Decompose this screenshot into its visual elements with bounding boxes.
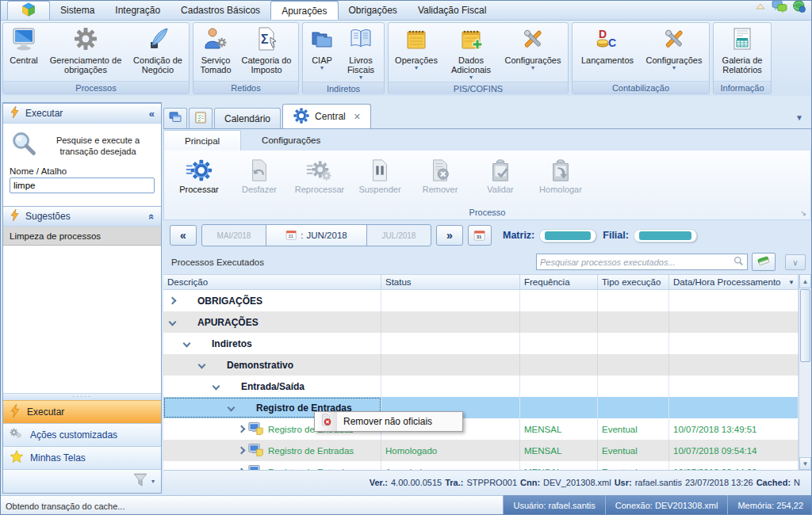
- person-gear-icon: [203, 26, 228, 53]
- matriz-label: Matriz:: [503, 230, 534, 241]
- process-monitor-note-icon: [248, 464, 264, 471]
- toolbar-button-processar[interactable]: Processar: [169, 154, 229, 204]
- ribbon-button-label: Serviço Tomado: [197, 55, 235, 74]
- collapse-icon[interactable]: [213, 383, 220, 391]
- menu-item-sistema[interactable]: Sistema: [50, 1, 105, 20]
- toolbar-button-homologar[interactable]: Homologar: [530, 154, 591, 204]
- table-row[interactable]: OBRIGAÇÕES: [163, 290, 799, 311]
- previous-month-segment[interactable]: MAI/2018: [202, 225, 266, 246]
- ribbon-button-gerenciamento-de-obrigacoes[interactable]: Gerenciamento de obrigações: [43, 24, 128, 81]
- app-logo-icon: [21, 2, 36, 21]
- column-header-tipo-execucao[interactable]: Tipo execução: [598, 275, 669, 289]
- sidebar-item-acoes-customizadas[interactable]: Ações customizadas: [3, 423, 161, 446]
- app-menu-button[interactable]: [7, 1, 50, 20]
- scroll-down-icon[interactable]: ▼: [799, 457, 811, 470]
- dialog-launcher-icon[interactable]: ↘: [800, 209, 806, 217]
- ribbon-button-categoria-do-imposto[interactable]: Σ Categoria do Imposto: [236, 24, 297, 81]
- expand-icon[interactable]: [238, 447, 246, 455]
- sidebar-sugestoes-header[interactable]: Sugestões «: [3, 206, 161, 227]
- suggestion-item[interactable]: Limpeza de processos: [3, 227, 161, 246]
- current-month-segment[interactable]: 31 : JUN/2018: [266, 225, 367, 246]
- ribbon-button-ciap[interactable]: CIAP ▾: [304, 24, 339, 82]
- table-row[interactable]: Registro de Entradas Homologado MENSAL E…: [163, 440, 799, 461]
- ribbon-button-dados-adicionais[interactable]: Dados Adicionais ▾: [442, 24, 500, 82]
- globe-icon[interactable]: [792, 0, 806, 17]
- expand-icon[interactable]: [238, 425, 246, 433]
- collapse-icon[interactable]: [198, 361, 206, 369]
- table-row[interactable]: Entrada/Saída: [163, 376, 799, 397]
- ribbon-button-galeria-de-relatorios[interactable]: Galeria de Relatórios: [715, 24, 769, 81]
- calendar-picker-button[interactable]: 31: [468, 225, 492, 246]
- tab-windows-list[interactable]: [163, 108, 187, 128]
- collapse-icon[interactable]: [228, 404, 236, 412]
- column-header-data-hora[interactable]: Data/Hora Processamento▼: [669, 275, 799, 289]
- chat-icon[interactable]: [772, 0, 787, 17]
- ribbon-button-livros-fiscais[interactable]: Livros Fiscais ▾: [339, 24, 382, 82]
- collapse-icon[interactable]: [169, 319, 177, 326]
- search-icon[interactable]: [733, 255, 747, 269]
- column-header-status[interactable]: Status: [381, 275, 520, 289]
- tab-task-list[interactable]: [189, 108, 213, 128]
- collapse-panel-icon[interactable]: «: [149, 108, 155, 120]
- sidebar-item-minhas-telas[interactable]: Minhas Telas: [3, 446, 161, 469]
- expand-icon[interactable]: [169, 297, 177, 305]
- process-search-input[interactable]: [537, 258, 733, 267]
- close-tab-icon[interactable]: ✕: [354, 112, 361, 122]
- ribbon-button-condicao-de-negocio[interactable]: Condição de Negócio: [128, 24, 187, 81]
- next-month-segment[interactable]: JUL/2018: [367, 225, 431, 246]
- previous-period-button[interactable]: «: [170, 225, 197, 246]
- table-row[interactable]: APURAÇÕES: [163, 311, 799, 333]
- vertical-scrollbar[interactable]: ▲ ▼: [799, 274, 811, 470]
- table-row[interactable]: Registro de Entradas MENSAL Eventual 10/…: [163, 418, 799, 440]
- ribbon-button-configuracoes-contabilizacao[interactable]: Configurações ▾: [641, 24, 707, 81]
- subtab-configuracoes[interactable]: Configurações: [241, 130, 341, 151]
- sidebar-executar-header[interactable]: Executar «: [3, 103, 161, 124]
- next-period-button[interactable]: »: [436, 225, 463, 246]
- subtab-principal[interactable]: Principal: [163, 130, 241, 151]
- toolbar-button-suspender[interactable]: Suspender: [350, 154, 410, 204]
- panel-options-chevron[interactable]: ∨: [785, 254, 806, 270]
- ribbon-button-servico-tomado[interactable]: Serviço Tomado: [195, 24, 236, 81]
- tab-overflow-icon[interactable]: ▼: [795, 113, 811, 128]
- ribbon-button-configuracoes-pis-cofins[interactable]: Configurações ▾: [500, 24, 566, 82]
- toolbar-button-validar[interactable]: Validar: [470, 154, 530, 204]
- scrollbar-thumb[interactable]: [800, 289, 810, 362]
- gray-gears-icon: [306, 156, 333, 185]
- sidebar-item-executar[interactable]: Executar: [3, 400, 161, 423]
- ribbon-button-central[interactable]: Central: [5, 24, 43, 81]
- scroll-up-icon[interactable]: ▲: [799, 274, 811, 288]
- menu-item-cadastros-basicos[interactable]: Cadastros Básicos: [170, 1, 270, 20]
- toolbar-button-desfazer[interactable]: Desfazer: [229, 154, 289, 204]
- table-row-selected[interactable]: Registro de Entradas: [163, 397, 799, 418]
- menu-item-apuracoes[interactable]: Apurações: [270, 1, 338, 20]
- sidebar-splitter[interactable]: ·····: [3, 393, 161, 400]
- menu-item-obrigacoes[interactable]: Obrigações: [339, 1, 408, 20]
- dropdown-arrow-icon[interactable]: ▾: [151, 479, 155, 485]
- toolbar-button-remover[interactable]: Remover: [410, 154, 470, 204]
- collapse-section-icon[interactable]: «: [146, 213, 158, 219]
- toolbar-button-reprocessar[interactable]: Reprocessar: [289, 154, 350, 204]
- transaction-search-input[interactable]: [10, 177, 155, 193]
- collapse-icon[interactable]: [183, 340, 191, 348]
- table-row[interactable]: Demonstrativo: [163, 354, 799, 376]
- tab-calendario[interactable]: Calendário: [214, 108, 281, 128]
- table-row[interactable]: Indiretos: [163, 333, 799, 354]
- column-header-frequencia[interactable]: Frequência: [520, 275, 598, 289]
- clear-search-button[interactable]: [752, 253, 776, 271]
- ribbon-group-indiretos: CIAP ▾ Livros Fiscais ▾ Indiretos: [302, 22, 385, 94]
- ribbon-button-label: Galeria de Relatórios: [717, 55, 768, 74]
- tab-central[interactable]: Central ✕: [282, 104, 371, 128]
- collapse-ribbon-icon[interactable]: [754, 1, 767, 15]
- filter-funnel-icon[interactable]: [132, 472, 148, 491]
- context-menu-item-remover-nao-oficiais[interactable]: Remover não oficiais: [315, 412, 462, 431]
- dropdown-arrow-icon: ▾: [672, 65, 676, 71]
- ribbon-button-lancamentos[interactable]: DC Lançamentos: [574, 24, 641, 81]
- menu-item-validacao-fiscal[interactable]: Validação Fiscal: [408, 1, 496, 20]
- ribbon-button-operacoes[interactable]: Operações ▾: [390, 24, 442, 82]
- user-label: Usr:: [615, 478, 632, 487]
- table-row[interactable]: Registro de Entradas Agendado MENSAL Eve…: [163, 461, 799, 470]
- connection-label: Cnn:: [520, 478, 540, 487]
- menu-item-integracao[interactable]: Integração: [105, 1, 170, 20]
- column-header-descricao[interactable]: Descrição: [163, 275, 381, 289]
- ribbon-group-title: Informação: [714, 81, 771, 93]
